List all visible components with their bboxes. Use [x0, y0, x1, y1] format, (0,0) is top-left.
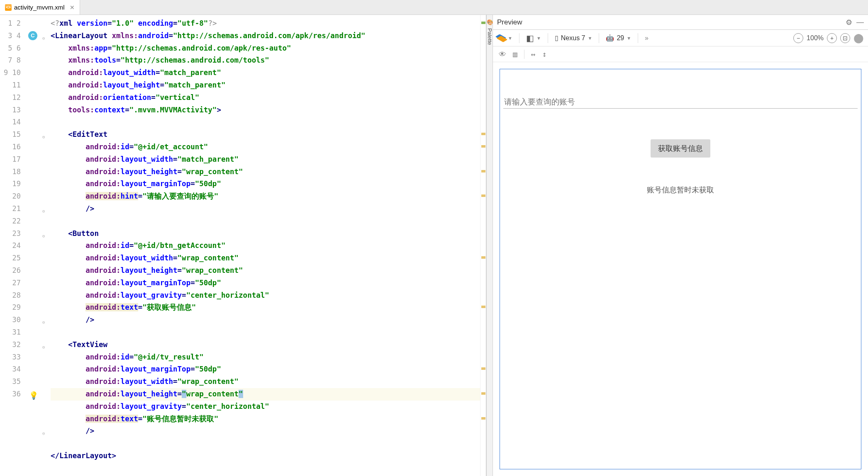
code-line[interactable]: /> [51, 425, 480, 437]
palette-icon: 🎨 [487, 19, 493, 25]
code-line[interactable]: android:id="@+id/et_account" [51, 141, 480, 153]
code-line[interactable] [51, 437, 480, 450]
code-line[interactable]: <Button [51, 228, 480, 240]
code-line[interactable]: android:layout_height="wrap_content" [51, 388, 480, 401]
code-line[interactable]: android:layout_width="wrap_content" [51, 376, 480, 388]
code-line[interactable]: <?xml version="1.0" encoding="utf-8"?> [51, 17, 480, 30]
api-level: 29 [617, 34, 624, 42]
fold-icon[interactable]: ⊖ [42, 205, 45, 218]
code-line[interactable]: android:layout_width="match_parent" [51, 153, 480, 166]
chevron-down-icon: ▼ [627, 36, 631, 41]
code-line[interactable]: android:layout_gravity="center_horizonta… [51, 289, 480, 302]
zoom-level: 100% [807, 34, 824, 42]
api-selector[interactable]: 🤖 29 ▼ [606, 34, 631, 42]
code-line[interactable]: android:layout_width="wrap_content" [51, 252, 480, 265]
zoom-in-button[interactable]: + [827, 33, 837, 43]
device-name: Nexus 7 [561, 34, 585, 42]
more-icon[interactable]: » [645, 34, 649, 42]
warning-icon[interactable]: ⬤ [853, 33, 864, 44]
tab-filename: activity_mvvm.xml [14, 4, 65, 11]
gear-icon[interactable]: ⚙ [846, 18, 852, 27]
stripe-marker[interactable] [481, 145, 485, 148]
code-editor[interactable]: <?xml version="1.0" encoding="utf-8"?><L… [49, 15, 480, 476]
code-line[interactable]: android:text="获取账号信息" [51, 301, 480, 314]
fold-icon[interactable]: ⊖ [42, 427, 45, 440]
code-line[interactable]: tools:context=".mvvm.MVVMActivity"> [51, 104, 480, 117]
stripe-marker[interactable] [481, 194, 485, 197]
zoom-out-button[interactable]: − [793, 33, 803, 43]
stripe-marker[interactable] [481, 22, 485, 24]
code-line[interactable]: <EditText [51, 129, 480, 141]
palette-sidebar[interactable]: 🎨 Palette [486, 15, 493, 476]
fold-icon[interactable]: ⊖ [42, 341, 45, 354]
code-line[interactable]: android:text="账号信息暂时未获取" [51, 413, 480, 425]
line-number-gutter: 1 2 3 4 5 6 7 8 9 10 11 12 13 14 15 16 1… [0, 15, 26, 476]
device-selector[interactable]: ▯ Nexus 7 ▼ [555, 34, 592, 42]
pan-horizontal-icon[interactable]: ↔ [531, 50, 536, 58]
btn-getaccount-preview[interactable]: 获取账号信息 [651, 139, 710, 158]
code-line[interactable]: android:layout_marginTop="50dp" [51, 178, 480, 190]
code-line[interactable]: android:id="@+id/btn_getAccount" [51, 240, 480, 252]
stripe-marker[interactable] [481, 367, 485, 370]
code-line[interactable]: xmlns:app="http://schemas.android.com/ap… [51, 42, 480, 55]
stripe-marker[interactable] [481, 306, 485, 308]
code-line[interactable] [51, 215, 480, 228]
code-line[interactable]: /> [51, 203, 480, 215]
et-account-preview[interactable] [503, 96, 858, 109]
android-icon: 🤖 [606, 34, 614, 42]
preview-toolbar: ▼ ◧ ▼ ▯ Nexus 7 ▼ 🤖 29 ▼ [493, 30, 868, 46]
code-line[interactable]: <TextView [51, 339, 480, 351]
code-line[interactable]: android:orientation="vertical" [51, 92, 480, 104]
fold-icon[interactable]: ⊖ [42, 32, 45, 45]
code-line[interactable]: android:layout_marginTop="50dp" [51, 277, 480, 289]
code-line[interactable]: android:layout_height="wrap_content" [51, 265, 480, 277]
stripe-marker[interactable] [481, 417, 485, 420]
chevron-down-icon: ▼ [588, 36, 592, 41]
fold-icon[interactable]: ⊖ [42, 131, 45, 143]
zoom-fit-button[interactable]: ⊡ [840, 33, 850, 43]
lightbulb-icon[interactable]: 💡 [29, 389, 38, 402]
stripe-marker[interactable] [481, 256, 485, 259]
code-line[interactable]: android:layout_height="wrap_content" [51, 166, 480, 178]
error-stripe[interactable] [480, 15, 486, 476]
annotation-column: C 💡 [26, 15, 41, 476]
code-line[interactable]: android:hint="请输入要查询的账号" [51, 190, 480, 203]
eye-icon[interactable]: 👁 [499, 50, 506, 58]
device-icon: ▯ [555, 34, 558, 42]
palette-label: Palette [487, 28, 493, 45]
code-line[interactable]: <LinearLayout xmlns:android="http://sche… [51, 30, 480, 42]
file-tab[interactable]: <> activity_mvvm.xml ✕ [0, 0, 80, 15]
fold-icon[interactable]: ⊖ [42, 230, 45, 243]
stripe-marker[interactable] [481, 170, 485, 172]
preview-header: Preview ⚙ — [493, 15, 868, 30]
code-line[interactable] [51, 116, 480, 129]
preview-canvas[interactable]: 获取账号信息 账号信息暂时未获取 [493, 62, 868, 476]
pan-vertical-icon[interactable]: ↕ [542, 50, 547, 58]
code-line[interactable] [51, 326, 480, 339]
code-line[interactable]: android:layout_height="match_parent" [51, 79, 480, 92]
close-icon[interactable]: ✕ [70, 4, 75, 11]
layers-icon [497, 34, 505, 42]
surface-selector[interactable]: ▼ [497, 34, 512, 42]
stripe-marker[interactable] [481, 133, 485, 135]
chevron-down-icon: ▼ [508, 36, 512, 41]
code-line[interactable]: android:id="@+id/tv_result" [51, 351, 480, 364]
device-frame: 获取账号信息 账号信息暂时未获取 [500, 69, 861, 469]
class-marker-icon[interactable]: C [28, 31, 37, 40]
fold-column: ⊖⊖⊖⊖⊖⊖⊖ [41, 15, 49, 476]
code-line[interactable]: android:layout_gravity="center_horizonta… [51, 401, 480, 413]
code-line[interactable]: android:layout_marginTop="50dp" [51, 363, 480, 376]
code-line[interactable]: xmlns:tools="http://schemas.android.com/… [51, 54, 480, 67]
fold-icon[interactable]: ⊖ [42, 316, 45, 329]
code-line[interactable]: /> [51, 314, 480, 326]
stripe-marker[interactable] [481, 392, 485, 395]
preview-title: Preview [497, 18, 522, 27]
blueprint-icon[interactable]: ▥ [513, 50, 517, 58]
minimize-icon[interactable]: — [856, 18, 864, 27]
chevron-down-icon: ▼ [536, 36, 541, 41]
code-line[interactable]: android:layout_width="match_parent" [51, 67, 480, 79]
preview-subtoolbar: 👁 ▥ ↔ ↕ [493, 46, 868, 62]
editor-pane: 1 2 3 4 5 6 7 8 9 10 11 12 13 14 15 16 1… [0, 15, 486, 476]
code-line[interactable]: </LinearLayout> [51, 450, 480, 462]
orientation-selector[interactable]: ◧ ▼ [526, 33, 541, 43]
